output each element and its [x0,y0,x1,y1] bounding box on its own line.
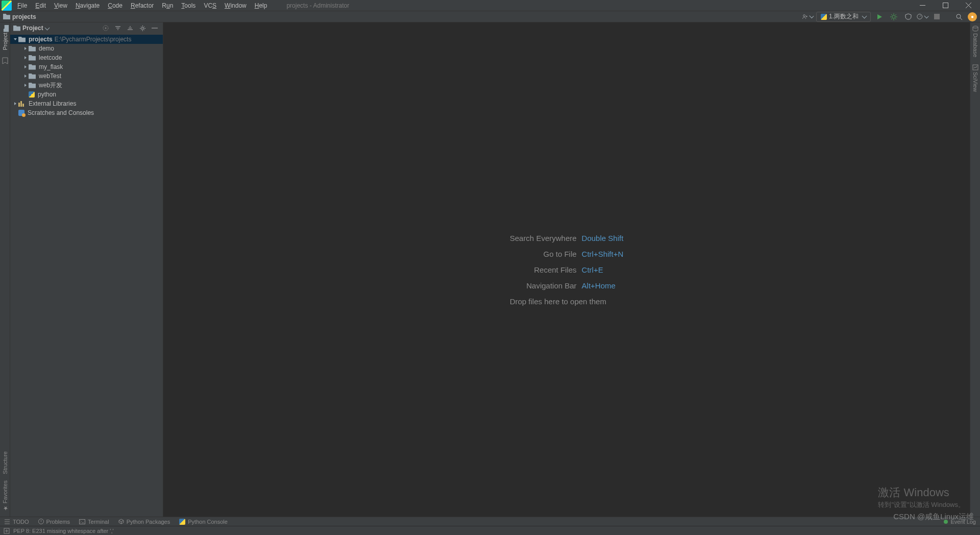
pycharm-icon [2,1,12,11]
select-opened-file-button[interactable] [101,23,111,33]
tree-folder[interactable]: demo [10,44,163,53]
navigation-bar: projects 1.两数之和 ● [0,11,980,22]
packages-tool-button[interactable]: Python Packages [118,519,170,525]
tree-folder[interactable]: webTest [10,71,163,81]
run-configuration-select[interactable]: 1.两数之和 [816,12,871,22]
project-tool-window: Project projects E:\PycharmProjects\proj… [10,22,163,517]
tree-scratches[interactable]: Scratches and Consoles [10,108,163,117]
run-config-label: 1.两数之和 [829,12,859,21]
folder-icon [13,26,20,31]
hint-search-key: Double Shift [582,234,624,242]
menu-vcs[interactable]: VCS [200,0,220,11]
right-tool-strip: Database SciView [970,22,980,517]
svg-line-9 [960,18,962,20]
left-tool-strip: Project Structure ★Favorites [0,22,10,517]
terminal-tool-button[interactable]: Terminal [79,519,109,525]
svg-rect-1 [943,3,948,8]
status-bar: PEP 8: E231 missing whitespace after ',' [0,526,980,535]
hint-goto-key: Ctrl+Shift+N [582,250,624,258]
svg-point-5 [892,15,895,18]
hint-recent-label: Recent Files [510,265,577,274]
project-tool-button[interactable]: Project [1,25,10,51]
python-icon [821,14,827,20]
inspection-icon[interactable] [3,527,10,534]
database-tool-button[interactable]: Database [972,25,978,58]
run-button[interactable] [874,11,885,22]
svg-point-8 [957,14,961,18]
project-panel-title[interactable]: Project [22,25,43,32]
expand-all-button[interactable] [113,23,123,33]
debug-button[interactable] [888,11,899,22]
hint-recent-key: Ctrl+E [582,265,624,274]
tree-folder[interactable]: my_flask [10,62,163,71]
project-tree[interactable]: projects E:\PycharmProjects\projects dem… [10,34,163,517]
user-avatar[interactable]: ● [968,12,977,21]
sciview-tool-button[interactable]: SciView [972,63,978,93]
structure-tool-button[interactable]: Structure [2,450,8,475]
menu-window[interactable]: Window [220,0,251,11]
hint-search-label: Search Everywhere [510,234,577,242]
menu-refactor[interactable]: Refactor [127,0,158,11]
breadcrumb-root[interactable]: projects [12,13,36,20]
hint-navbar-label: Navigation Bar [510,281,577,290]
favorites-tool-button[interactable]: ★Favorites [2,479,8,513]
maximize-button[interactable] [934,0,957,11]
svg-point-14 [973,26,978,28]
menu-view[interactable]: View [50,0,71,11]
scratch-icon [18,110,24,116]
tree-external-libraries[interactable]: External Libraries [10,99,163,108]
hint-drop-text: Drop files here to open them [510,297,624,306]
editor-area[interactable]: Search Everywhere Double Shift Go to Fil… [163,22,970,517]
console-tool-button[interactable]: Python Console [179,519,228,525]
hint-goto-label: Go to File [510,250,577,258]
menu-help[interactable]: Help [251,0,272,11]
bookmarks-tool-button[interactable] [2,57,9,64]
collapse-all-button[interactable] [125,23,135,33]
svg-point-11 [105,28,107,29]
menu-navigate[interactable]: Navigate [71,0,104,11]
svg-point-12 [141,27,143,29]
menu-tools[interactable]: Tools [177,0,200,11]
menu-run[interactable]: Run [158,0,177,11]
minimize-button[interactable] [911,0,934,11]
search-everywhere-button[interactable] [953,11,965,22]
svg-rect-7 [934,14,940,19]
profile-button[interactable] [917,11,928,22]
tree-root[interactable]: projects E:\PycharmProjects\projects [10,35,163,44]
hide-button[interactable] [150,23,160,33]
menu-file[interactable]: File [13,0,31,11]
status-message: PEP 8: E231 missing whitespace after ',' [13,528,114,534]
menu-edit[interactable]: Edit [31,0,50,11]
menu-code[interactable]: Code [104,0,127,11]
settings-button[interactable] [137,23,148,33]
tree-file[interactable]: python [10,90,163,99]
tree-folder[interactable]: web开发 [10,81,163,90]
close-button[interactable] [957,0,980,11]
stop-button [931,11,942,22]
window-title: projects - Administrator [286,2,349,9]
coverage-button[interactable] [902,11,914,22]
problems-tool-button[interactable]: Problems [38,519,70,525]
folder-icon [3,14,10,19]
tree-folder[interactable]: leetcode [10,53,163,62]
todo-tool-button[interactable]: TODO [4,519,29,525]
library-icon [18,101,26,107]
bottom-tool-bar: TODO Problems Terminal Python Packages P… [0,517,980,526]
menu-bar: File Edit View Navigate Code Refactor Ru… [0,0,980,11]
event-log-button[interactable]: Event Log [944,519,976,525]
add-user-icon[interactable] [802,11,813,22]
hint-navbar-key: Alt+Home [582,281,624,290]
svg-point-4 [803,14,805,16]
